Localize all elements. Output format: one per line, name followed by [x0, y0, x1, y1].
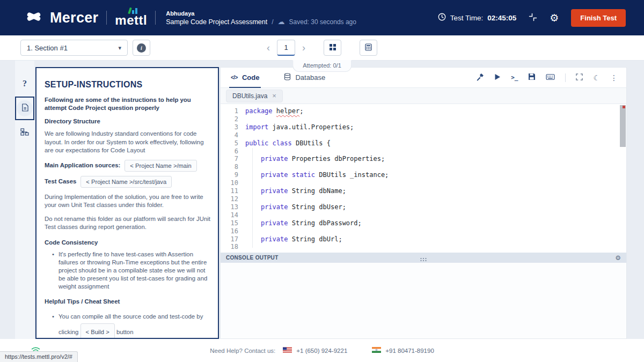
chevron-down-icon: ▾	[118, 45, 121, 51]
test-cases-label: Test Cases	[45, 178, 76, 186]
code-line: 1package helper;	[221, 107, 626, 115]
section-dropdown-value: 1. Section #1	[27, 44, 68, 52]
brand-divider-2	[155, 11, 156, 25]
main-area: ?	[0, 61, 644, 339]
next-question-button[interactable]: ›	[302, 43, 305, 53]
collapse-fullscreen-button[interactable]	[529, 13, 537, 23]
console-settings-button[interactable]: ⚙	[615, 255, 621, 261]
more-options-icon: ⋮	[610, 74, 618, 82]
assessment-title: Sample Code Project Assessment	[166, 18, 267, 26]
mercer-wordmark: Mercer	[50, 10, 98, 26]
code-line: 2	[221, 115, 626, 123]
code-line: 17 private String dbUrl;	[221, 235, 626, 243]
project-tree-rail-button[interactable]	[20, 128, 29, 137]
code-line: 11 private String dbName;	[221, 187, 626, 195]
directory-structure-text: We are following Industry standard conve…	[45, 130, 210, 154]
close-icon[interactable]: ×	[272, 92, 276, 99]
test-time-value: 02:45:05	[487, 14, 516, 22]
app-window: Mercer mettl Abhudaya Sample Code Projec…	[0, 0, 644, 362]
footer: Need Help? Contact us: +1 (650) 924-9221	[0, 339, 644, 362]
setup-instructions-panel: SETUP-INSTRUCTIONS Following are some of…	[35, 67, 219, 339]
build-tip-bullet: You can compile all the source code and …	[52, 311, 210, 339]
mercer-logo-icon	[26, 10, 42, 26]
question-pager: ‹ 1 ›	[267, 40, 377, 56]
section-toolbar: 1. Section #1 ▾ i ‹ 1 ›	[0, 35, 644, 61]
database-icon	[284, 73, 291, 82]
phone-india: +91 80471-89190	[372, 347, 434, 354]
build-button[interactable]	[476, 73, 484, 83]
code-line: 3import java.util.Properties;	[221, 123, 626, 131]
code-lines: 1package helper;23import java.util.Prope…	[221, 107, 626, 251]
browser-status-url: https://tests.mettl.pro/v2/#	[0, 351, 78, 362]
current-question-box[interactable]: 1	[277, 40, 295, 56]
prev-question-button[interactable]: ‹	[267, 43, 270, 53]
fullscreen-button[interactable]	[576, 73, 583, 82]
calculator-icon	[365, 43, 372, 53]
brand-divider	[106, 11, 107, 25]
question-help-icon: ?	[23, 79, 27, 88]
test-meta: Abhudaya Sample Code Project Assessment …	[166, 10, 356, 26]
fullscreen-icon	[576, 73, 583, 82]
code-line: 9 private static DBUtils _instance;	[221, 171, 626, 179]
instructions-title: SETUP-INSTRUCTIONS	[45, 80, 210, 90]
cloud-saved-icon: ☁	[278, 18, 285, 25]
code-consistency-bullet: It's perfectly fine to have test-cases w…	[52, 250, 210, 291]
save-icon	[528, 73, 536, 82]
build-button-chip: < Build >	[80, 323, 115, 339]
console-output-area	[221, 263, 626, 338]
keyboard-icon	[546, 73, 555, 82]
file-tab-dbutils[interactable]: DBUtils.java ×	[226, 90, 283, 102]
keyboard-button[interactable]	[546, 73, 555, 82]
section-info-button[interactable]: i	[133, 40, 150, 56]
dark-mode-button[interactable]: ☾	[593, 74, 600, 82]
build-hammer-icon	[476, 73, 484, 83]
tab-code[interactable]: </> Code	[229, 68, 261, 87]
us-flag-icon	[283, 347, 292, 354]
console-drag-handle[interactable]	[420, 255, 427, 263]
instructions-rail-button[interactable]	[15, 97, 34, 120]
code-line: 10	[221, 179, 626, 187]
brand: Mercer mettl Abhudaya Sample Code Projec…	[26, 9, 356, 27]
left-icon-rail: ?	[15, 61, 34, 339]
test-time-label: Test Time:	[450, 14, 484, 22]
console-output-bar: CONSOLE OUTPUT ⚙	[221, 253, 626, 263]
help-contact-label: Need Help? Contact us:	[210, 348, 275, 354]
settings-button[interactable]: ⚙	[550, 13, 559, 23]
code-line: 6	[221, 147, 626, 156]
terminal-icon: >_	[511, 74, 518, 81]
question-grid-button[interactable]	[324, 40, 341, 56]
code-line: 12	[221, 195, 626, 203]
editor-tab-bar: </> Code Database	[221, 68, 626, 88]
error-marker	[623, 106, 625, 108]
project-tree-icon	[20, 128, 29, 137]
terminal-button[interactable]: >_	[511, 74, 518, 81]
toolbar-divider	[565, 73, 566, 82]
grid-icon	[329, 43, 336, 53]
mettl-bars-icon	[129, 8, 137, 14]
attempted-badge: Attempted: 0/1	[292, 60, 352, 72]
code-editor-panel: </> Code Database	[220, 67, 627, 339]
file-tab-bar: DBUtils.java ×	[221, 88, 626, 104]
code-line: 15 private String dbPassword;	[221, 219, 626, 227]
code-tab-icon: </>	[231, 75, 238, 80]
india-flag-icon	[372, 347, 381, 354]
more-options-button[interactable]: ⋮	[610, 74, 618, 82]
editor-scrollbar[interactable]	[620, 105, 626, 147]
title-separator: /	[272, 18, 273, 26]
document-instructions-icon	[21, 104, 28, 114]
code-line: 14	[221, 211, 626, 219]
phone-us: +1 (650) 924-9221	[283, 347, 347, 354]
code-editor-area[interactable]: 1package helper;23import java.util.Prope…	[221, 104, 626, 253]
rename-warning-paragraph: Do not rename this folder as our platfor…	[45, 215, 210, 231]
calculator-button[interactable]	[360, 40, 377, 56]
code-line: 4	[221, 131, 626, 139]
console-output-label: CONSOLE OUTPUT	[226, 255, 279, 261]
console-gear-icon: ⚙	[615, 254, 621, 262]
code-line: 13 private String dbUser;	[221, 203, 626, 211]
section-dropdown[interactable]: 1. Section #1 ▾	[20, 40, 128, 56]
clock-icon	[438, 13, 446, 23]
run-button[interactable]	[494, 73, 501, 82]
help-rail-button[interactable]: ?	[23, 79, 27, 88]
save-button[interactable]	[528, 73, 536, 82]
finish-test-button[interactable]: Finish Test	[571, 9, 626, 27]
